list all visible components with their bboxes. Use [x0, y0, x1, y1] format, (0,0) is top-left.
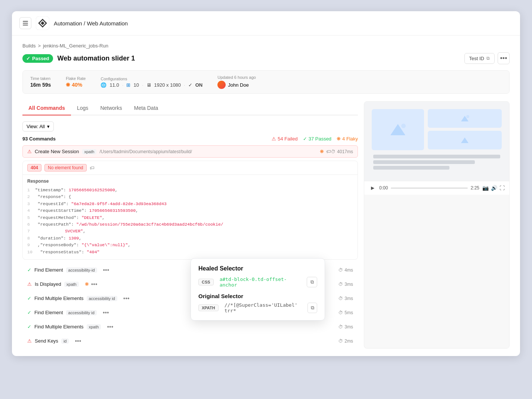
css-label: CSS: [198, 279, 214, 285]
status-badge: ✓ Passed: [22, 54, 53, 63]
original-row: XPATH //*[@SuperClass='UILabel' trr* ⧉: [198, 302, 317, 313]
windows-icon: ⊞: [126, 82, 130, 88]
config-status: ON: [195, 82, 203, 88]
header-title: Automation / Web Automation: [54, 20, 128, 27]
cmd-name: Find Element: [34, 267, 63, 273]
warning-icon: ⚠: [27, 281, 32, 287]
more-icon: •••: [500, 55, 507, 62]
screenshot-thumb-1: [428, 109, 502, 128]
resolution: 1920 x 1080: [154, 82, 181, 88]
tabs: All Commands Logs Networks Meta Data: [22, 101, 358, 115]
flake-rate-item: Flake Rate ❋ 40%: [66, 76, 86, 88]
xpath-label: XPATH: [198, 304, 219, 311]
view-label: View: All: [27, 124, 45, 129]
main-panels: All Commands Logs Networks Meta Data Vie…: [22, 101, 510, 349]
healed-value: a#td-block-0.td-offset-anchor: [220, 276, 304, 288]
cmd-tag: accessibility id: [66, 310, 97, 315]
play-button[interactable]: ▶: [369, 184, 376, 192]
app-logo: [36, 16, 49, 30]
cmd-name: Is Displayed: [35, 281, 61, 287]
clock-icon: ⏱: [338, 324, 343, 330]
tab-logs[interactable]: Logs: [71, 101, 94, 115]
more-icon[interactable]: •••: [123, 295, 130, 302]
more-icon[interactable]: •••: [75, 338, 81, 344]
resolution-icon: 🖥: [146, 82, 151, 88]
status-icon: ✓: [188, 82, 192, 88]
tab-all-commands[interactable]: All Commands: [22, 101, 71, 115]
content-area: Builds > jenkins-ML_Generic_jobs-Run ✓ P…: [12, 35, 520, 356]
time-total: 2:25: [471, 185, 479, 191]
fullscreen-icon[interactable]: ⛶: [499, 185, 505, 191]
cmd-actions: •••: [107, 324, 113, 330]
flake-icon: ❋: [66, 82, 72, 88]
cmd-tag: xpath: [82, 149, 97, 154]
info-bar: Time taken 16m 59s Flake Rate ❋ 40% Conf…: [22, 70, 510, 94]
camera-icon[interactable]: 📷: [482, 185, 489, 191]
build-header: ✓ Passed Web automation slider 1 Test ID…: [22, 52, 510, 64]
response-title: Response: [27, 179, 353, 184]
chrome-icon: 🌐: [100, 82, 106, 88]
view-select[interactable]: View: All ▾: [22, 121, 54, 132]
tab-networks[interactable]: Networks: [94, 101, 128, 115]
user-row: John Doe: [217, 81, 256, 89]
error-details: 404 No element found 🏷 Response 1"timest…: [22, 161, 358, 260]
tab-meta-data[interactable]: Meta Data: [128, 101, 164, 115]
cmd-actions: ❋ 🏷: [320, 149, 331, 154]
more-options-button[interactable]: •••: [498, 52, 510, 64]
time-value: 3ms: [344, 324, 353, 330]
command-row[interactable]: ⚠ Send Keys id ••• ⏱ 2ms: [22, 334, 358, 348]
svg-point-5: [401, 124, 406, 128]
tag-icon: 🏷: [326, 149, 331, 154]
command-row[interactable]: ✓ Find Multiple Elements xpath ••• ⏱ 3ms: [22, 320, 358, 334]
cmd-time: ⏱ 3ms: [338, 324, 353, 330]
image-preview-area: [364, 102, 509, 181]
more-icon[interactable]: •••: [103, 309, 109, 316]
clock-icon: ⏱: [338, 310, 343, 315]
progress-bar[interactable]: [391, 188, 467, 189]
volume-icon[interactable]: 🔊: [491, 185, 497, 191]
tag-404: 404: [27, 164, 41, 171]
more-icon[interactable]: •••: [107, 324, 113, 330]
cmd-time: ⏱ 3ms: [338, 282, 353, 287]
cmd-tag: accessibility-id: [66, 267, 97, 273]
cmd-actions: •••: [103, 309, 109, 316]
cmd-time: ⏱ 5ms: [338, 310, 353, 315]
time-taken-item: Time taken 16m 59s: [30, 76, 51, 88]
test-id-button[interactable]: Test ID ⧉: [464, 53, 495, 64]
more-icon[interactable]: •••: [91, 281, 98, 288]
updated-group: Updated 6 hours ago John Doe: [217, 75, 256, 89]
cmd-time: ⏱ 3ms: [338, 296, 353, 301]
cmd-actions: •••: [123, 295, 130, 302]
error-tags: 404 No element found 🏷: [23, 161, 358, 174]
time-value: 3ms: [344, 282, 353, 287]
cmd-name: Create New Session: [35, 149, 79, 154]
stat-passed: ✓ 37 Passed: [303, 136, 331, 142]
windows-version: 10: [133, 82, 139, 88]
cmd-time: ⏱ 4ms: [338, 267, 353, 273]
copy-icon: ⧉: [486, 56, 490, 61]
more-icon[interactable]: •••: [103, 267, 109, 273]
breadcrumb-root[interactable]: Builds: [22, 43, 35, 49]
response-panel: Response 1"timestamp": 17056656016252500…: [23, 174, 358, 259]
svg-rect-0: [23, 21, 28, 22]
cmd-tag: xpath: [64, 282, 79, 287]
screenshot-main: [372, 109, 424, 150]
healed-selector-tooltip: Healed Selector CSS a#td-block-0.td-offs…: [191, 258, 325, 321]
copy-original-button[interactable]: ⧉: [307, 303, 317, 313]
avatar: [217, 81, 226, 89]
status-text: Passed: [32, 56, 49, 61]
check-icon: ✓: [27, 324, 31, 330]
cmd-path: /Users/ltadmin/Documents/appium/latest/b…: [99, 149, 317, 154]
copy-healed-button[interactable]: ⧉: [307, 277, 317, 287]
user-name: John Doe: [228, 82, 249, 88]
menu-button[interactable]: [19, 17, 31, 29]
breadcrumb: Builds > jenkins-ML_Generic_jobs-Run: [22, 43, 510, 49]
clock-icon: ⏱: [338, 338, 343, 344]
check-icon: ✓: [27, 267, 31, 273]
failed-icon: ⚠: [272, 136, 276, 142]
command-row[interactable]: ⚠ Create New Session xpath /Users/ltadmi…: [22, 145, 358, 158]
clock-icon: ⏱: [338, 267, 343, 273]
stat-failed: ⚠ 54 Failed: [272, 136, 297, 142]
cmd-time: ⏱ 2ms: [338, 338, 353, 344]
svg-point-7: [466, 115, 469, 118]
